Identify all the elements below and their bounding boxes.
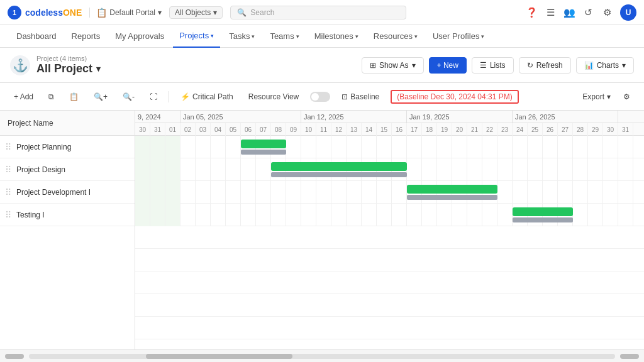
- gantt-day-col: [407, 204, 422, 226]
- gantt-day-col: [603, 136, 618, 158]
- day-cell: 21: [467, 123, 482, 136]
- bottom-scroll-thumb[interactable]: [146, 354, 292, 359]
- gantt-day-col: [256, 204, 271, 226]
- drag-handle-icon[interactable]: ⠿: [5, 142, 11, 152]
- gantt-bar-green-2[interactable]: [271, 162, 407, 171]
- gantt-row-empty-3: [135, 272, 644, 294]
- menu-icon[interactable]: ☰: [545, 7, 556, 18]
- nav-projects[interactable]: Projects ▾: [173, 25, 220, 48]
- zoom-in-button[interactable]: 🔍+: [90, 90, 111, 103]
- refresh-icon: ↻: [527, 61, 533, 70]
- copy-button[interactable]: ⧉: [45, 90, 58, 103]
- project-name-3[interactable]: Project Development I: [16, 188, 91, 197]
- nav-resources[interactable]: Resources ▾: [367, 25, 424, 48]
- add-button[interactable]: + Add: [10, 90, 37, 103]
- gantt-day-col: [603, 181, 618, 204]
- gantt-row-1: [135, 136, 644, 158]
- critical-path-button[interactable]: ⚡ Critical Path: [177, 90, 237, 103]
- lists-button[interactable]: ☰ Lists: [472, 57, 514, 74]
- gantt-bar-green-4[interactable]: [513, 207, 573, 216]
- resource-view-toggle[interactable]: [310, 92, 330, 102]
- gantt-day-col: [135, 136, 150, 158]
- gantt-settings-icon: ⚙: [623, 92, 630, 101]
- project-name-4[interactable]: Testing I: [16, 211, 45, 219]
- nav-milestones[interactable]: Milestones ▾: [308, 25, 365, 48]
- portal-button[interactable]: 📋 Default Portal ▾: [89, 8, 162, 18]
- gantt-day-col: [165, 181, 180, 204]
- gantt-bar-green-3[interactable]: [407, 185, 497, 194]
- day-cell: 24: [513, 123, 528, 136]
- avatar[interactable]: U: [620, 4, 636, 21]
- gantt-day-col: [271, 181, 286, 204]
- resource-view-button[interactable]: Resource View: [245, 90, 303, 103]
- table-row: ⠿ Project Development I: [0, 181, 135, 204]
- all-objects-button[interactable]: All Objects ▾: [169, 6, 223, 19]
- baseline-date-badge: (Baseline Dec 30, 2024 04:31 PM): [391, 90, 518, 104]
- gantt-bar-green-1[interactable]: [241, 140, 286, 148]
- project-name-2[interactable]: Project Design: [16, 165, 65, 174]
- fullscreen-button[interactable]: ⛶: [146, 90, 161, 103]
- help-icon[interactable]: ❓: [526, 7, 537, 18]
- gantt-day-col: [528, 181, 543, 204]
- title-caret-icon: ▾: [96, 64, 101, 74]
- gantt-day-col: [558, 136, 573, 158]
- refresh-button[interactable]: ↻ Refresh: [519, 57, 571, 74]
- right-scroll-thumb[interactable]: [620, 354, 639, 359]
- project-name-1[interactable]: Project Planning: [16, 143, 71, 151]
- gantt-day-col: [407, 158, 422, 181]
- drag-handle-icon[interactable]: ⠿: [5, 187, 11, 197]
- gantt-day-col: [165, 136, 180, 158]
- baseline-button[interactable]: ⊡ Baseline: [338, 90, 383, 103]
- show-as-button[interactable]: ⊞ Show As ▾: [362, 57, 424, 74]
- portal-label: Default Portal: [109, 8, 155, 17]
- history-icon[interactable]: ↺: [582, 7, 594, 18]
- day-cell: 02: [180, 123, 196, 136]
- gantt-bar-gray-3: [407, 195, 497, 200]
- gantt-day-col: [482, 204, 497, 226]
- charts-button[interactable]: 📊 Charts ▾: [576, 57, 634, 74]
- users-icon[interactable]: 👥: [564, 7, 575, 18]
- project-name-label: Project Name: [8, 119, 53, 128]
- export-label: Export: [582, 92, 604, 101]
- gantt-day-col: [437, 204, 452, 226]
- nav-reports[interactable]: Reports: [65, 25, 107, 48]
- settings-icon[interactable]: ⚙: [601, 7, 613, 18]
- day-cell: 22: [482, 123, 497, 136]
- gantt-day-col: [226, 204, 241, 226]
- day-cell: 03: [196, 123, 211, 136]
- gantt-day-col: [573, 204, 588, 226]
- left-scroll-thumb[interactable]: [5, 354, 24, 359]
- nav-teams[interactable]: Teams ▾: [264, 25, 305, 48]
- gantt-day-col: [497, 158, 513, 181]
- toggle-knob: [311, 93, 319, 101]
- show-as-icon: ⊞: [370, 61, 376, 70]
- day-cell: 18: [422, 123, 437, 136]
- drag-handle-icon[interactable]: ⠿: [5, 210, 11, 220]
- gantt-day-col: [211, 136, 226, 158]
- new-button[interactable]: + New: [429, 57, 467, 74]
- day-cell: 30: [603, 123, 618, 136]
- day-cell: 31: [618, 123, 633, 136]
- nav-approvals[interactable]: My Approvals: [109, 25, 170, 48]
- gantt-day-col: [150, 158, 165, 181]
- gantt-day-col: [135, 158, 150, 181]
- paste-icon: 📋: [69, 92, 79, 101]
- nav-dashboard[interactable]: Dashboard: [10, 25, 63, 48]
- gantt-settings-button[interactable]: ⚙: [619, 90, 634, 103]
- export-button[interactable]: Export ▾: [579, 90, 614, 103]
- gantt-row-empty-5: [135, 317, 644, 339]
- zoom-out-button[interactable]: 🔍-: [119, 90, 138, 103]
- gantt-day-col: [211, 158, 226, 181]
- nav-tasks[interactable]: Tasks ▾: [223, 25, 261, 48]
- nav-user-profiles[interactable]: User Profiles ▾: [426, 25, 491, 48]
- gantt-day-col: [497, 204, 513, 226]
- project-subtitle: Project (4 items): [36, 55, 101, 62]
- bottom-scroll-track[interactable]: [29, 354, 615, 359]
- baseline-label: Baseline: [350, 92, 379, 101]
- search-bar[interactable]: 🔍 Search: [230, 6, 406, 19]
- paste-button[interactable]: 📋: [65, 90, 82, 103]
- gantt-day-col: [558, 158, 573, 181]
- drag-handle-icon[interactable]: ⠿: [5, 165, 11, 175]
- gantt-day-col: [588, 136, 603, 158]
- bottom-scrollbar-area: [0, 349, 644, 362]
